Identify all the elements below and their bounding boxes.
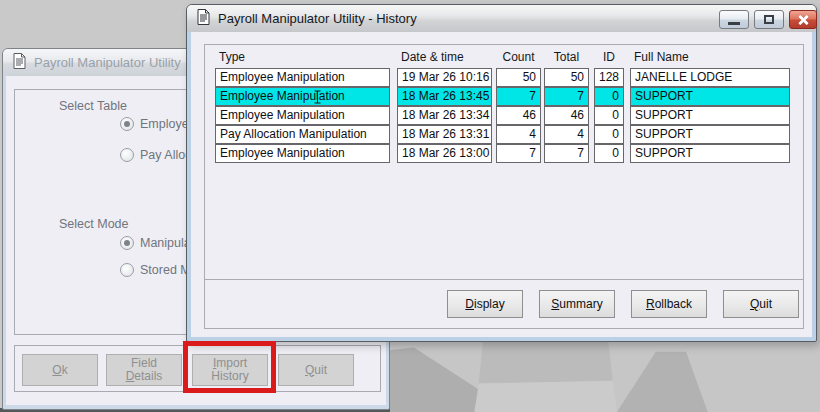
quit-button[interactable]: Quit <box>723 290 799 318</box>
close-button[interactable] <box>789 10 817 29</box>
table-cell-total[interactable]: 7 <box>544 144 589 163</box>
table-cell-date[interactable]: 18 Mar 26 13:34 <box>397 106 492 125</box>
main-window-title: Payroll Manipulator Utility <box>34 55 181 70</box>
table-cell-name[interactable]: SUPPORT <box>630 125 790 144</box>
table-cell-name[interactable]: JANELLE LODGE <box>630 68 790 87</box>
table-cell-count[interactable]: 7 <box>496 87 541 106</box>
radio-unselected-icon[interactable] <box>120 263 134 277</box>
radio-unselected-icon[interactable] <box>120 148 134 162</box>
table-cell-date[interactable]: 18 Mar 26 13:31 <box>397 125 492 144</box>
select-table-label: Select Table <box>59 99 127 113</box>
history-button-panel: Display Summary Rollback Quit <box>204 279 804 329</box>
radio-option-employee[interactable]: Employee <box>120 117 196 131</box>
table-cell-count[interactable]: 46 <box>496 106 541 125</box>
document-icon <box>13 53 26 73</box>
table-row[interactable]: Employee Manipulation18 Mar 26 13:00770S… <box>215 144 790 163</box>
table-cell-name[interactable]: SUPPORT <box>630 87 790 106</box>
table-cell-total[interactable]: 46 <box>544 106 589 125</box>
radio-selected-icon[interactable] <box>120 236 134 250</box>
table-cell-type[interactable]: Employee Manipulation <box>215 68 390 87</box>
quit-button[interactable]: Quit <box>278 354 354 386</box>
table-cell-date[interactable]: 19 Mar 26 10:16 <box>397 68 492 87</box>
column-header-id: ID <box>594 50 624 64</box>
history-window-titlebar[interactable]: Payroll Manipulator Utility - History <box>187 5 816 32</box>
table-cell-id[interactable]: 0 <box>594 125 624 144</box>
table-cell-type[interactable]: Employee Manipulation <box>215 106 390 125</box>
table-cell-id[interactable]: 0 <box>594 106 624 125</box>
rollback-button[interactable]: Rollback <box>631 290 707 318</box>
table-header-row: Type Date & time Count Total ID Full Nam… <box>215 50 790 64</box>
column-header-type: Type <box>215 50 390 64</box>
text-cursor-icon <box>313 90 322 104</box>
table-cell-total[interactable]: 4 <box>544 125 589 144</box>
history-table-rows: Employee Manipulation19 Mar 26 10:165050… <box>215 68 790 163</box>
table-cell-total[interactable]: 50 <box>544 68 589 87</box>
maximize-icon <box>764 15 774 24</box>
history-window: Payroll Manipulator Utility - History Ty… <box>186 4 817 342</box>
history-window-client: Type Date & time Count Total ID Full Nam… <box>191 32 812 337</box>
table-cell-id[interactable]: 0 <box>594 144 624 163</box>
minimize-button[interactable] <box>719 10 749 29</box>
history-table-panel: Type Date & time Count Total ID Full Nam… <box>204 44 804 280</box>
maximize-button[interactable] <box>754 10 784 29</box>
table-cell-id[interactable]: 0 <box>594 87 624 106</box>
table-cell-total[interactable]: 7 <box>544 87 589 106</box>
table-cell-date[interactable]: 18 Mar 26 13:00 <box>397 144 492 163</box>
column-header-count: Count <box>496 50 541 64</box>
table-cell-name[interactable]: SUPPORT <box>630 106 790 125</box>
desktop-wallpaper <box>388 341 820 412</box>
radio-selected-icon[interactable] <box>120 117 134 131</box>
table-cell-date[interactable]: 18 Mar 26 13:45 <box>397 87 492 106</box>
summary-button[interactable]: Summary <box>539 290 615 318</box>
table-cell-type[interactable]: Employee Manipulation <box>215 144 390 163</box>
table-cell-id[interactable]: 128 <box>594 68 624 87</box>
table-row[interactable]: Employee Manipulation19 Mar 26 10:165050… <box>215 68 790 87</box>
column-header-total: Total <box>544 50 589 64</box>
table-cell-count[interactable]: 4 <box>496 125 541 144</box>
minimize-icon <box>728 22 740 25</box>
column-header-date-time: Date & time <box>397 50 492 64</box>
annotation-highlight-box <box>183 341 276 393</box>
table-cell-count[interactable]: 7 <box>496 144 541 163</box>
desktop: Payroll Manipulator Utility Select Table… <box>0 0 820 412</box>
display-button[interactable]: Display <box>447 290 523 318</box>
table-row[interactable]: Employee Manipulation18 Mar 26 13:344646… <box>215 106 790 125</box>
field-details-button[interactable]: FieldDetails <box>106 354 182 386</box>
document-icon <box>197 9 210 29</box>
table-cell-type[interactable]: Employee Manipulation <box>215 87 390 106</box>
table-cell-type[interactable]: Pay Allocation Manipulation <box>215 125 390 144</box>
history-window-title: Payroll Manipulator Utility - History <box>218 11 417 26</box>
table-row[interactable]: Employee Manipulation18 Mar 26 13:45770S… <box>215 87 790 106</box>
close-icon <box>797 14 809 26</box>
select-mode-label: Select Mode <box>59 217 128 231</box>
table-cell-name[interactable]: SUPPORT <box>630 144 790 163</box>
table-row[interactable]: Pay Allocation Manipulation18 Mar 26 13:… <box>215 125 790 144</box>
table-cell-count[interactable]: 50 <box>496 68 541 87</box>
column-header-full-name: Full Name <box>630 50 790 64</box>
ok-button[interactable]: Ok <box>22 354 98 386</box>
